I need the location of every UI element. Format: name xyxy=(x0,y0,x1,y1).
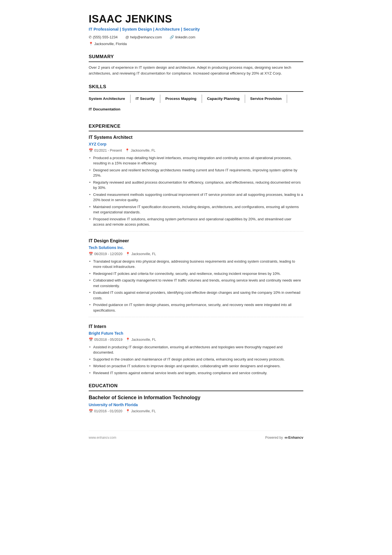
skill-item: Process Mapping xyxy=(165,95,202,103)
location-value: Jacksonville, Florida xyxy=(94,41,127,47)
skill-item: Service Provision xyxy=(250,95,287,103)
company-name: Bright Future Tech xyxy=(89,330,303,336)
bullet-item: Evaluated IT costs against external prov… xyxy=(89,290,303,301)
experience-entry: IT Intern Bright Future Tech 📅 05/2018 -… xyxy=(89,323,303,376)
phone-icon: ✆ xyxy=(89,34,92,40)
header: ISAAC JENKINS IT Professional | System D… xyxy=(89,13,303,46)
skills-container: System ArchitectureIT SecurityProcess Ma… xyxy=(89,95,303,116)
calendar-icon: 📅 xyxy=(89,337,93,342)
education-entry: Bachelor of Science in Information Techn… xyxy=(89,394,303,414)
experience-title: EXPERIENCE xyxy=(89,123,303,132)
degree-title: Bachelor of Science in Information Techn… xyxy=(89,394,303,401)
bullet-item: Redesigned IT policies and criteria for … xyxy=(89,271,303,277)
location-icon: 📍 xyxy=(126,251,130,257)
candidate-title: IT Professional | System Design | Archit… xyxy=(89,26,303,33)
linkedin-icon: 🔗 xyxy=(170,34,174,40)
location-icon: 📍 xyxy=(126,409,130,413)
location-icon: 📍 xyxy=(89,41,93,47)
skill-item: Capacity Planning xyxy=(207,95,245,103)
date-range: 06/2019 - 12/2020 xyxy=(94,251,122,257)
location-text: Jacksonville, FL xyxy=(131,251,156,257)
exp-divider xyxy=(89,317,303,317)
footer: www.enhancv.com Powered by ∞ Enhancv xyxy=(89,431,303,441)
skill-item: IT Security xyxy=(136,95,160,103)
edu-location: 📍 Jacksonville, FL xyxy=(126,409,156,414)
location-text: Jacksonville, FL xyxy=(131,148,155,153)
exp-location: 📍 Jacksonville, FL xyxy=(125,148,155,153)
bullet-item: Produced a process map detailing high-le… xyxy=(89,155,303,166)
calendar-icon: 📅 xyxy=(89,409,93,413)
location-icon: 📍 xyxy=(126,337,130,342)
bullet-list: Produced a process map detailing high-le… xyxy=(89,155,303,227)
experience-container: IT Systems Architect XYZ Corp 📅 01/2021 … xyxy=(89,134,303,376)
bullet-item: Reviewed IT systems against external ser… xyxy=(89,370,303,376)
bullet-item: Designed secure and resilient technology… xyxy=(89,167,303,178)
footer-website: www.enhancv.com xyxy=(89,435,116,440)
location-text: Jacksonville, FL xyxy=(131,337,156,342)
brand-name: Enhancv xyxy=(288,435,303,440)
bullet-item: Supported in the creation and maintenanc… xyxy=(89,357,303,362)
calendar-icon: 📅 xyxy=(89,148,93,153)
education-title: EDUCATION xyxy=(89,382,303,391)
enhancv-logo: ∞ Enhancv xyxy=(284,434,303,441)
linkedin-value: linkedin.com xyxy=(175,34,195,40)
exp-date: 📅 06/2019 - 12/2020 xyxy=(89,251,122,257)
phone-value: (555) 555-1234 xyxy=(93,34,118,40)
institution-name: University of North Florida xyxy=(89,402,303,408)
exp-date: 📅 01/2021 - Present xyxy=(89,148,122,153)
job-title: IT Systems Architect xyxy=(89,134,303,141)
bullet-item: Created measurement methods supporting c… xyxy=(89,192,303,203)
linkedin-contact: 🔗 linkedin.com xyxy=(170,34,195,40)
bullet-item: Collaborated with capacity management to… xyxy=(89,278,303,288)
bullet-item: Assisted in producing IT design document… xyxy=(89,344,303,355)
resume-page: ISAAC JENKINS IT Professional | System D… xyxy=(71,0,321,458)
exp-meta: 📅 05/2018 - 05/2019 📍 Jacksonville, FL xyxy=(89,337,303,342)
skill-item: IT Documentation xyxy=(89,105,125,114)
experience-entry: IT Systems Architect XYZ Corp 📅 01/2021 … xyxy=(89,134,303,231)
skills-section: SKILLS System ArchitectureIT SecurityPro… xyxy=(89,83,303,116)
date-range: 01/2021 - Present xyxy=(94,148,122,153)
job-title: IT Design Engineer xyxy=(89,238,303,244)
summary-section: SUMMARY Over 2 years of experience in IT… xyxy=(89,53,303,76)
edu-location-text: Jacksonville, FL xyxy=(131,409,156,413)
education-container: Bachelor of Science in Information Techn… xyxy=(89,394,303,414)
experience-entry: IT Design Engineer Tech Solutions Inc. 📅… xyxy=(89,238,303,317)
exp-meta: 📅 01/2021 - Present 📍 Jacksonville, FL xyxy=(89,148,303,153)
skill-item: System Architecture xyxy=(89,95,131,103)
bullet-item: Provided guidance on IT system design ph… xyxy=(89,302,303,313)
footer-powered: Powered by ∞ Enhancv xyxy=(265,434,303,441)
exp-location: 📍 Jacksonville, FL xyxy=(126,337,156,342)
date-range: 05/2018 - 05/2019 xyxy=(94,337,122,342)
exp-divider xyxy=(89,231,303,231)
skills-title: SKILLS xyxy=(89,83,303,92)
bullet-item: Regularly reviewed and audited process d… xyxy=(89,180,303,191)
exp-location: 📍 Jacksonville, FL xyxy=(126,251,156,257)
exp-meta: 📅 06/2019 - 12/2020 📍 Jacksonville, FL xyxy=(89,251,303,257)
edu-meta: 📅 01/2016 - 01/2020 📍 Jacksonville, FL xyxy=(89,409,303,414)
company-name: Tech Solutions Inc. xyxy=(89,245,303,251)
calendar-icon: 📅 xyxy=(89,251,93,257)
powered-by-label: Powered by xyxy=(265,435,283,440)
enhancv-infinity-icon: ∞ xyxy=(284,434,287,441)
edu-date: 📅 01/2016 - 01/2020 xyxy=(89,409,122,414)
bullet-item: Maintained comprehensive IT specificatio… xyxy=(89,204,303,215)
experience-section: EXPERIENCE IT Systems Architect XYZ Corp… xyxy=(89,123,303,376)
phone-contact: ✆ (555) 555-1234 xyxy=(89,34,118,40)
email-contact: @ help@enhancv.com xyxy=(125,34,162,40)
education-section: EDUCATION Bachelor of Science in Informa… xyxy=(89,382,303,414)
edu-date-range: 01/2016 - 01/2020 xyxy=(94,409,122,413)
bullet-list: Assisted in producing IT design document… xyxy=(89,344,303,376)
summary-text: Over 2 years of experience in IT system … xyxy=(89,65,303,77)
bullet-list: Translated logical designs into physical… xyxy=(89,259,303,313)
candidate-name: ISAAC JENKINS xyxy=(89,13,303,25)
email-value: help@enhancv.com xyxy=(130,34,162,40)
bullet-item: Translated logical designs into physical… xyxy=(89,259,303,270)
company-name: XYZ Corp xyxy=(89,141,303,147)
location-icon: 📍 xyxy=(125,148,130,153)
exp-date: 📅 05/2018 - 05/2019 xyxy=(89,337,122,342)
summary-title: SUMMARY xyxy=(89,53,303,62)
location-contact: 📍 Jacksonville, Florida xyxy=(89,41,303,47)
contact-row: ✆ (555) 555-1234 @ help@enhancv.com 🔗 li… xyxy=(89,34,303,40)
bullet-item: Worked on proactive IT solutions to impr… xyxy=(89,363,303,369)
job-title: IT Intern xyxy=(89,323,303,330)
